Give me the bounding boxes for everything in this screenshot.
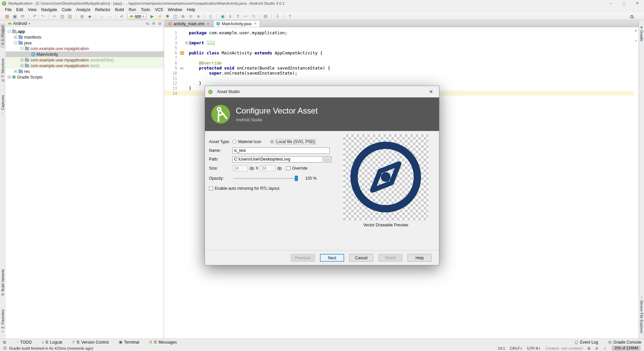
menu-tools[interactable]: Tools	[139, 7, 153, 12]
size-width-input[interactable]	[232, 165, 248, 171]
name-input[interactable]	[232, 147, 330, 154]
back-icon[interactable]: ←	[98, 13, 106, 20]
menu-vcs[interactable]: VCS	[153, 7, 166, 12]
expander-plus-icon[interactable]: +	[20, 58, 23, 61]
code-line-7[interactable]: 7	[164, 55, 634, 60]
tree-item-com-example-user-myapplication[interactable]: -com.example.user.myapplication	[6, 46, 164, 51]
replace-icon[interactable]: ◈	[86, 13, 94, 20]
overriding-method-icon[interactable]: o↑	[180, 67, 184, 70]
tool-tab-device-file-explorer[interactable]: ▯Device File Explorer	[639, 294, 644, 335]
code-line-11[interactable]: 11	[164, 76, 634, 81]
dialog-title-bar[interactable]: Asset Studio ✕	[205, 86, 439, 97]
apply-changes-icon[interactable]: ⚡	[156, 13, 164, 20]
code-line-5[interactable]: 5	[164, 45, 634, 50]
memory-indicator[interactable]: 205 of 1246M	[612, 346, 641, 351]
tree-item-gradle-scripts[interactable]: +Gradle Scripts	[6, 74, 164, 80]
tab-activity-main-xml[interactable]: <>activity_main.xml✕	[165, 20, 213, 27]
menu-refactor[interactable]: Refactor	[93, 7, 113, 12]
dialog-close-icon[interactable]: ✕	[426, 89, 436, 94]
radio-material-icon[interactable]: Material Icon	[232, 139, 261, 144]
expander-plus-icon[interactable]: +	[14, 70, 17, 73]
tree-item-manifests[interactable]: +manifests	[6, 34, 164, 40]
collapse-all-icon[interactable]: ⊟	[158, 21, 161, 26]
tree-item-java[interactable]: -java	[6, 40, 164, 46]
sdk-manager-icon[interactable]: ⇩	[274, 13, 281, 20]
expander-minus-icon[interactable]: -	[20, 47, 23, 50]
size-height-input[interactable]	[260, 165, 275, 171]
tool-tab-1-project[interactable]: ◆1: Project	[0, 24, 5, 48]
redo-icon[interactable]: ↷	[39, 13, 46, 20]
fold-handle-icon[interactable]: ▵	[184, 82, 189, 85]
search-icon[interactable]	[630, 15, 633, 18]
fold-handle-icon[interactable]: ▿	[184, 67, 189, 70]
tool-tab-2-favorites[interactable]: ★2: Favorites	[0, 307, 5, 335]
vcs-commit-icon[interactable]: ⇑	[234, 13, 242, 20]
code-line-10[interactable]: 10 super.onCreate(savedInstanceState);	[164, 71, 634, 76]
expander-minus-icon[interactable]: -	[8, 30, 11, 33]
rtl-mirroring-checkbox[interactable]: Enable auto mirroring for RTL layout	[209, 186, 279, 191]
chevron-down-icon[interactable]: ▾	[29, 22, 30, 25]
opacity-slider-handle[interactable]	[295, 176, 298, 181]
code-line-6[interactable]: 6<>public class MainActivity extends App…	[164, 50, 634, 55]
run-config-select[interactable]: app▾	[127, 13, 147, 19]
cancel-button[interactable]: Cancel	[349, 254, 373, 262]
tool-window-switcher-icon[interactable]: ▦	[3, 340, 6, 344]
expander-plus-icon[interactable]: +	[8, 76, 11, 79]
vcs-history-icon[interactable]: ⟲	[250, 13, 257, 20]
attach-debugger-icon[interactable]: ⊕	[179, 13, 187, 20]
cut-icon[interactable]: ✂	[51, 13, 58, 20]
menu-help[interactable]: Help	[184, 7, 198, 12]
maximize-icon[interactable]: □	[617, 0, 631, 7]
fold-expand-icon[interactable]: +	[185, 41, 188, 44]
related-layout-icon[interactable]: <>	[180, 51, 184, 55]
settings-gear-icon[interactable]: ⚙	[152, 21, 155, 26]
tool-window-button-6-logcat[interactable]: ≡6: Logcat	[42, 340, 62, 345]
device-monitor-icon[interactable]: ▯	[207, 13, 214, 20]
code-line-12[interactable]: 12▵ }	[164, 81, 634, 86]
code-line-3[interactable]: 3+import ...	[164, 40, 634, 45]
help-icon[interactable]: ?	[286, 13, 293, 20]
tree-item-app[interactable]: -app	[6, 29, 164, 34]
context-indicator[interactable]: Context: <no context>	[545, 346, 583, 350]
tool-window-button-9-version-control[interactable]: ϒ9: Version Control	[72, 340, 109, 345]
stop-icon[interactable]: ■	[195, 13, 202, 20]
inspection-status-icon[interactable]: ✔	[635, 29, 638, 33]
menu-code[interactable]: Code	[59, 7, 74, 12]
open-icon[interactable]: ▦	[3, 13, 11, 20]
copy-icon[interactable]: ▥	[58, 13, 66, 20]
radio-local-file[interactable]: Local file (SVG, PSD)	[270, 139, 316, 144]
close-icon[interactable]: ✕	[631, 0, 644, 7]
lock-icon[interactable]	[588, 348, 590, 350]
encoding-indicator[interactable]: UTF-8⇕	[527, 346, 541, 350]
profiler-icon[interactable]: ◫	[171, 13, 179, 20]
tool-tab-captures[interactable]: ◔Captures	[0, 93, 5, 117]
expander-plus-icon[interactable]: +	[20, 64, 23, 67]
menu-run[interactable]: Run	[126, 7, 139, 12]
tree-item-com-example-user-myapplication-androidtest[interactable]: +com.example.user.myapplication (android…	[6, 57, 164, 63]
menu-edit[interactable]: Edit	[14, 7, 25, 12]
minimize-icon[interactable]: –	[604, 0, 617, 7]
undo-icon[interactable]: ↶	[31, 13, 39, 20]
vcs-rollback-icon[interactable]: ↩	[242, 13, 250, 20]
caret-position[interactable]: 14:1	[498, 346, 505, 350]
build-status-icon[interactable]	[3, 347, 6, 350]
opacity-slider[interactable]	[233, 175, 298, 181]
project-view-selector[interactable]: Android	[13, 21, 27, 26]
next-button[interactable]: Next	[320, 254, 344, 262]
tool-tab-build-variants[interactable]: ▦Build Variants	[0, 267, 5, 298]
vcs-update-icon[interactable]: ⇓	[226, 13, 234, 20]
expander-plus-icon[interactable]: +	[14, 36, 17, 39]
locate-file-icon[interactable]: ⇆	[146, 21, 149, 26]
paste-icon[interactable]: ▤	[66, 13, 74, 20]
menu-analyze[interactable]: Analyze	[74, 7, 93, 12]
path-input[interactable]	[232, 156, 323, 163]
tool-window-button-terminal[interactable]: ▣Terminal	[119, 340, 139, 345]
forward-icon[interactable]: →	[106, 13, 113, 20]
tool-window-button-0-messages[interactable]: ≣0: Messages	[149, 340, 177, 345]
make-project-icon[interactable]: <	[118, 13, 125, 20]
menu-navigate[interactable]: Navigate	[39, 7, 59, 12]
code-line-2[interactable]: 2	[164, 35, 634, 40]
project-structure-icon[interactable]: ⊞	[262, 13, 269, 20]
attach-profiler-icon[interactable]: ⊘	[187, 13, 195, 20]
menu-view[interactable]: View	[25, 7, 39, 12]
